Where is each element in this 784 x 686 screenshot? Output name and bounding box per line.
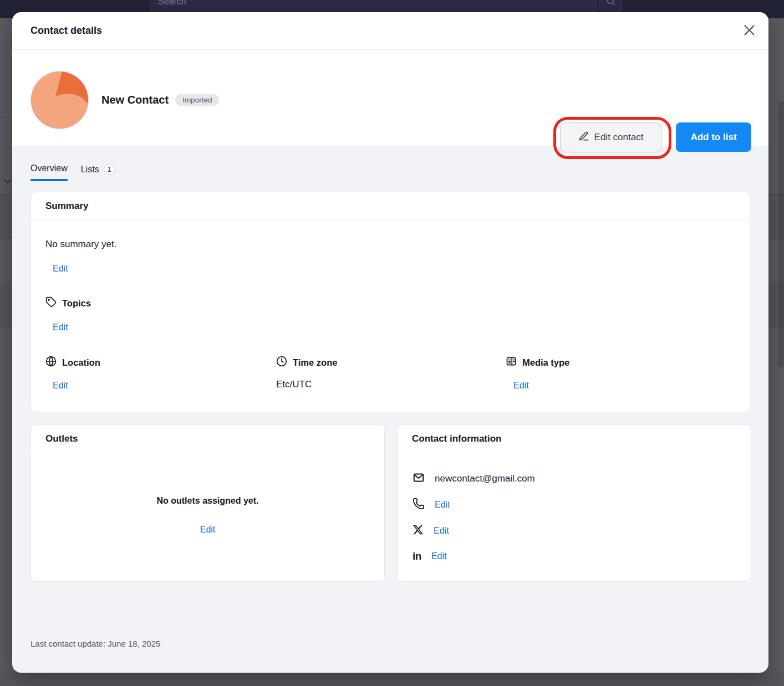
email-icon	[413, 472, 425, 486]
linkedin-edit-link[interactable]: Edit	[431, 551, 447, 561]
outlets-empty-text: No outlets assigned yet.	[31, 496, 384, 506]
timezone-section: Time zone	[276, 356, 337, 369]
pencil-icon	[578, 131, 589, 145]
summary-card: Summary No summary yet. Edit Topics Edit…	[30, 192, 750, 412]
location-edit-link[interactable]: Edit	[53, 381, 68, 391]
media-type-section: Media type	[506, 356, 569, 369]
outlets-card-header: Outlets	[31, 425, 384, 453]
summary-empty-text: No summary yet.	[45, 239, 116, 250]
search-button[interactable]	[599, 0, 622, 12]
email-value: newcontact@gmail.com	[435, 473, 535, 484]
tag-icon	[45, 296, 57, 310]
contact-information-title: Contact information	[412, 433, 502, 444]
topics-edit-link[interactable]: Edit	[53, 322, 68, 332]
phone-icon	[413, 498, 425, 512]
last-update-text: Last contact update: June 18, 2025	[30, 639, 160, 648]
summary-edit-link[interactable]: Edit	[53, 264, 68, 274]
x-twitter-icon	[413, 524, 424, 537]
modal-title: Contact details	[30, 25, 102, 37]
media-type-edit-link[interactable]: Edit	[513, 381, 529, 391]
newspaper-icon	[506, 356, 517, 369]
timezone-label: Time zone	[293, 357, 337, 368]
page-scrollbar[interactable]	[778, 101, 784, 367]
x-edit-link[interactable]: Edit	[434, 526, 449, 536]
phone-edit-link[interactable]: Edit	[435, 500, 450, 510]
linkedin-icon: in	[413, 551, 421, 561]
add-to-list-button[interactable]: Add to list	[676, 122, 751, 152]
outlets-edit-link[interactable]: Edit	[200, 525, 216, 534]
modal-header: Contact details	[12, 12, 768, 50]
contact-name: New Contact	[101, 94, 169, 106]
tab-lists[interactable]: Lists 1	[81, 160, 115, 183]
media-type-label: Media type	[522, 357, 569, 368]
location-section: Location	[45, 356, 100, 369]
avatar	[30, 71, 89, 129]
contact-header: New Contact Imported Edit contact Add to…	[12, 50, 768, 146]
search-field[interactable]	[150, 0, 597, 12]
contact-details-modal: Contact details New Contact Imported	[12, 12, 768, 673]
summary-title: Summary	[45, 201, 88, 212]
edit-contact-button[interactable]: Edit contact	[560, 122, 661, 152]
email-row: newcontact@gmail.com	[413, 472, 535, 486]
imported-badge: Imported	[175, 94, 219, 107]
x-row: Edit	[413, 524, 449, 537]
timezone-value: Etc/UTC	[276, 379, 312, 390]
close-button[interactable]	[741, 23, 757, 39]
linkedin-row: in Edit	[413, 551, 446, 561]
close-icon	[742, 23, 757, 39]
search-icon	[605, 0, 616, 8]
clock-icon	[276, 356, 287, 369]
tab-overview[interactable]: Overview	[30, 160, 68, 181]
summary-card-header: Summary	[31, 192, 750, 221]
topics-label: Topics	[62, 298, 91, 309]
outlets-card: Outlets No outlets assigned yet. Edit	[30, 424, 385, 582]
phone-row: Edit	[413, 498, 450, 512]
contact-information-header: Contact information	[398, 425, 751, 453]
contact-information-card: Contact information newcontact@gmail.com…	[397, 424, 751, 582]
location-label: Location	[62, 357, 100, 368]
search-input[interactable]	[158, 0, 596, 7]
topics-section: Topics	[45, 296, 91, 310]
globe-icon	[45, 356, 57, 369]
lists-count-badge: 1	[104, 163, 115, 175]
outlets-title: Outlets	[45, 433, 78, 444]
tab-bar: Overview Lists 1	[30, 160, 115, 183]
